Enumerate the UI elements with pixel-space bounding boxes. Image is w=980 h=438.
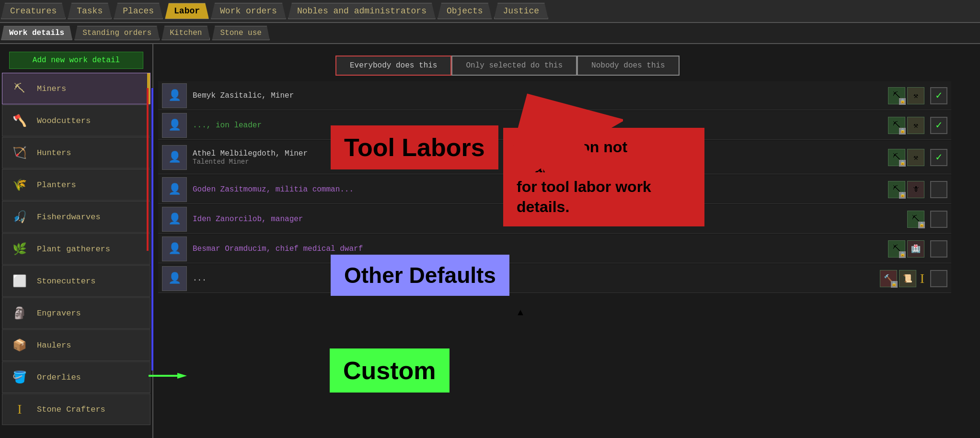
nav-tab-tasks[interactable]: Tasks	[68, 3, 112, 19]
work-icon-2: 🏥	[907, 240, 924, 258]
sidebar-item-label-stonecutters: Stonecutters	[37, 277, 95, 286]
work-icon: ⛏🔒	[888, 181, 905, 198]
worker-checkbox[interactable]	[930, 211, 947, 228]
plant-gatherers-icon: 🌿	[8, 237, 31, 260]
annotation-other-defaults: Other Defaults	[331, 255, 509, 296]
everybody-does-this-button[interactable]: Everybody does this	[335, 56, 451, 76]
work-icon: ⛏🔒	[888, 149, 905, 166]
avatar: 👤	[162, 113, 187, 138]
worker-name: ...	[193, 274, 880, 283]
orderlies-icon: 🪣	[8, 366, 31, 389]
svg-marker-0	[479, 87, 623, 183]
cursor: ▲	[518, 307, 523, 318]
worker-icons: 🔨🔒 📜 I	[880, 270, 924, 287]
sidebar-item-orderlies[interactable]: 🪣 Orderlies	[2, 361, 150, 393]
work-icon: ⛏🔒	[907, 211, 924, 228]
sidebar-item-label-plant-gatherers: Plant gatherers	[37, 245, 110, 254]
red-line	[145, 88, 154, 251]
sidebar-item-engravers[interactable]: 🗿 Engravers	[2, 297, 150, 329]
nav-tab-labor[interactable]: Labor	[165, 3, 209, 19]
work-icon-2: 📜	[899, 270, 916, 287]
sidebar-item-hunters[interactable]: 🏹 Hunters	[2, 137, 150, 168]
svg-marker-6	[177, 373, 187, 379]
add-work-detail-button[interactable]: Add new work detail	[9, 52, 143, 69]
avatar: 👤	[162, 236, 187, 261]
work-icon: ⛏🔒	[888, 117, 905, 134]
sidebar-item-fisherdwarves[interactable]: 🎣 Fisherdwarves	[2, 201, 150, 233]
worker-icons: ⛏🔒 ⚒	[888, 149, 924, 166]
sidebar-item-label-fisherdwarves: Fisherdwarves	[37, 213, 101, 222]
nav-tab-creatures[interactable]: Creatures	[1, 3, 66, 19]
nav-tab-objects[interactable]: Objects	[438, 3, 492, 19]
annotation-custom: Custom	[330, 348, 450, 393]
annotation-tool-labors-text: Tool Labors	[344, 134, 485, 161]
main-content: Add new work detail ⛏ Miners 🪓 Woodcutte…	[0, 44, 980, 438]
sidebar-item-label-miners: Miners	[37, 84, 66, 93]
worker-checkbox[interactable]: ✓	[930, 87, 947, 104]
worker-checkbox[interactable]	[930, 270, 947, 287]
worker-checkbox[interactable]: ✓	[930, 117, 947, 134]
stone-crafters-icon: I	[8, 398, 31, 421]
planters-icon: 🌾	[8, 173, 31, 196]
annotation-custom-text: Custom	[343, 357, 436, 384]
haulers-icon: 📦	[8, 334, 31, 357]
sidebar-item-label-planters: Planters	[37, 180, 76, 190]
avatar: 👤	[162, 266, 187, 291]
top-navigation: Creatures Tasks Places Labor Work orders…	[0, 0, 980, 23]
worker-icons: ⛏🔒	[907, 211, 924, 228]
annotation-other-defaults-text: Other Defaults	[344, 263, 496, 288]
table-row: 👤 Besmar Oramducim, chief medical dwarf …	[158, 235, 951, 263]
sub-tab-stoneuse[interactable]: Stone use	[212, 26, 269, 40]
sub-tab-standingorders[interactable]: Standing orders	[74, 26, 160, 40]
sidebar-item-label-engravers: Engravers	[37, 309, 81, 318]
worker-checkbox[interactable]	[930, 181, 947, 198]
worker-icons: ⛏🔒 ⚒	[888, 87, 924, 104]
right-panel: Everybody does this Only selected do thi…	[153, 44, 980, 438]
sidebar-item-label-stone-crafters: Stone Crafters	[37, 405, 105, 414]
work-icon: 🔨🔒	[880, 270, 897, 287]
hunters-icon: 🏹	[8, 141, 31, 164]
sub-tab-kitchen[interactable]: Kitchen	[161, 26, 210, 40]
sidebar-item-label-orderlies: Orderlies	[37, 373, 81, 382]
only-selected-do-this-button[interactable]: Only selected do this	[451, 56, 577, 76]
miners-icon: ⛏	[8, 77, 31, 100]
nav-tab-justice[interactable]: Justice	[494, 3, 549, 19]
sidebar-item-woodcutters[interactable]: 🪓 Woodcutters	[2, 105, 150, 136]
nav-tab-workorders[interactable]: Work orders	[211, 3, 286, 19]
nav-tab-places[interactable]: Places	[114, 3, 163, 19]
sidebar-item-stone-crafters[interactable]: I Stone Crafters	[2, 393, 150, 425]
work-icon: ⛏🔒	[888, 240, 905, 258]
sidebar-item-label-woodcutters: Woodcutters	[37, 116, 91, 125]
worker-checkbox[interactable]: ✓	[930, 149, 947, 166]
avatar: 👤	[162, 145, 187, 170]
work-icon-2: ⚒	[907, 117, 924, 134]
woodcutters-icon: 🪓	[8, 109, 31, 132]
sidebar-item-label-haulers: Haulers	[37, 341, 71, 350]
worker-icons: ⛏🔒 🗡	[888, 181, 924, 198]
work-icon-2: ⚒	[907, 149, 924, 166]
avatar: 👤	[162, 83, 187, 108]
worker-checkbox[interactable]	[930, 240, 947, 258]
arrow-to-button	[479, 87, 623, 183]
worker-name: Besmar Oramducim, chief medical dwarf	[193, 245, 888, 253]
sub-navigation: Work details Standing orders Kitchen Sto…	[0, 23, 980, 44]
worker-icons: ⛏🔒 🏥	[888, 240, 924, 258]
sidebar-item-miners[interactable]: ⛏ Miners	[2, 73, 150, 104]
sidebar-item-label-hunters: Hunters	[37, 148, 71, 157]
work-icon-2: ⚒	[907, 87, 924, 104]
nav-tab-nobles[interactable]: Nobles and administrators	[288, 3, 436, 19]
avatar: 👤	[162, 177, 187, 202]
sidebar-item-plant-gatherers[interactable]: 🌿 Plant gatherers	[2, 233, 150, 265]
engravers-icon: 🗿	[8, 302, 31, 325]
sub-tab-workdetails[interactable]: Work details	[1, 26, 72, 40]
fisherdwarves-icon: 🎣	[8, 205, 31, 228]
annotation-tool-labors: Tool Labors	[331, 125, 498, 169]
sidebar-item-haulers[interactable]: 📦 Haulers	[2, 329, 150, 361]
sidebar-item-stonecutters[interactable]: ⬜ Stonecutters	[2, 265, 150, 297]
work-icon: ⛏🔒	[888, 87, 905, 104]
mode-buttons: Everybody does this Only selected do thi…	[335, 56, 680, 76]
sidebar-item-planters[interactable]: 🌾 Planters	[2, 169, 150, 201]
nobody-does-this-button[interactable]: Nobody does this	[577, 56, 680, 76]
avatar: 👤	[162, 207, 187, 232]
sidebar: Add new work detail ⛏ Miners 🪓 Woodcutte…	[0, 44, 153, 438]
